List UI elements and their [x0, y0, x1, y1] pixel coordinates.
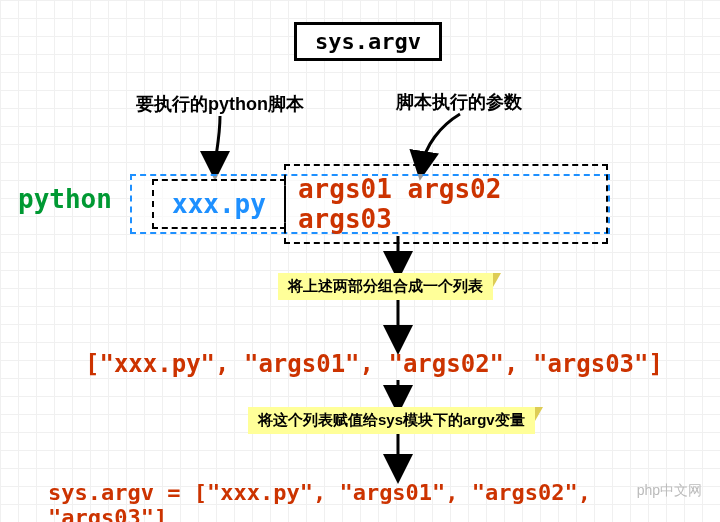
- final-sysargv-output: sys.argv = ["xxx.py", "args01", "args02"…: [48, 480, 720, 522]
- script-name-box: xxx.py: [152, 179, 286, 229]
- script-args-box: args01 args02 args03: [284, 164, 608, 244]
- watermark-text: php中文网: [637, 482, 702, 500]
- intermediate-list-output: ["xxx.py", "args01", "args02", "args03"]: [85, 350, 663, 378]
- title-sys-argv: sys.argv: [294, 22, 442, 61]
- arrow-to-script-icon: [210, 108, 290, 178]
- note-assign-argv: 将这个列表赋值给sys模块下的argv变量: [248, 407, 535, 434]
- arrow-down-4-icon: [393, 434, 413, 479]
- python-interpreter-label: python: [18, 184, 112, 214]
- command-line-box: xxx.py args01 args02 args03: [130, 174, 610, 234]
- note-combine-list: 将上述两部分组合成一个列表: [278, 273, 493, 300]
- arrow-down-3-icon: [393, 380, 413, 410]
- arrow-down-2-icon: [393, 300, 413, 350]
- arrow-down-1-icon: [393, 236, 413, 276]
